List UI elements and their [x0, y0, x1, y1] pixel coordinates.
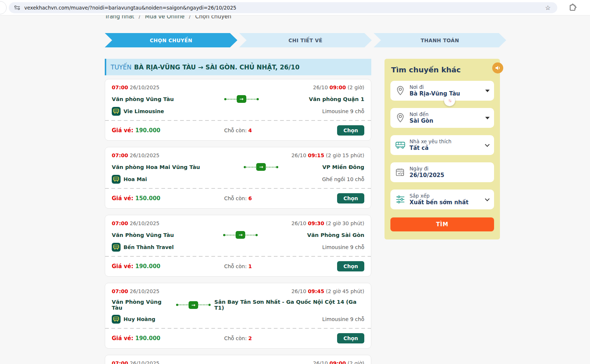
destination-office: Sân Bay Tân Sơn Nhất - Ga Quốc Nội Cột 1…	[214, 299, 364, 311]
trip-times-row: 07:00 26/10/2025 26/10 09:15 (2 giờ 15 p…	[112, 152, 364, 158]
calendar-icon	[395, 167, 406, 177]
route-title: BÀ RỊA-VŨNG TÀU → SÀI GÒN. CHỦ NHẬT, 26/…	[134, 64, 300, 71]
destination-dot-icon	[276, 166, 278, 168]
dotted-line	[199, 304, 208, 305]
dotted-line	[266, 167, 276, 167]
checkout-steps: CHỌN CHUYẾN CHI TIẾT VÉ THANH TOÁN	[105, 33, 506, 47]
route-prefix: TUYẾN	[111, 64, 132, 71]
departure-time: 07:00	[112, 84, 128, 90]
arrow-right-icon: →	[189, 301, 198, 309]
vehicle-type: Limousine 9 chỗ	[322, 108, 364, 114]
arrival-time: 09:45	[308, 288, 325, 294]
trip-price-row: Giá vé: 190.000 Chỗ còn: 4 Chọn	[112, 125, 364, 136]
destination-office: Văn phòng Quận 1	[309, 96, 364, 102]
origin-office: Văn Phòng Vũng Tàu	[112, 299, 172, 311]
seats-count: 4	[248, 127, 252, 133]
url-text[interactable]: vexekhachvn.com/muave/?noidi=bariavungta…	[24, 5, 545, 11]
operator-bus-logo-icon	[112, 107, 121, 116]
bookmark-star-icon[interactable]: ☆	[545, 4, 551, 11]
arrow-right-icon: →	[236, 231, 245, 239]
departure-date: 26/10/2025	[130, 360, 160, 364]
origin-office: Văn phòng Hoa Mai Vũng Tàu	[112, 164, 200, 170]
destination-dot-icon	[257, 98, 259, 100]
arrival-time: 09:15	[308, 152, 325, 158]
origin-dot-icon	[224, 98, 226, 100]
vehicle-type: Limousine 9 chỗ	[322, 244, 364, 250]
arrival-time: 09:30	[308, 220, 325, 226]
origin-dot-icon	[176, 304, 178, 306]
origin-dot-icon	[223, 234, 225, 236]
price-label: Giá vé:	[112, 127, 133, 134]
step-choose-trip[interactable]: CHỌN CHUYẾN	[105, 33, 237, 47]
operator-name: Huy Hoàng	[124, 316, 155, 322]
dotted-line	[179, 304, 188, 305]
trip-times-row: 07:00 26/10/2025 26/10 09:45 (2 giờ 45 p…	[112, 288, 364, 294]
extensions-puzzle-icon[interactable]	[568, 3, 577, 12]
arrow-right-icon: →	[237, 95, 246, 103]
step-ticket-details[interactable]: CHI TIẾT VÉ	[239, 33, 372, 47]
dotted-line	[246, 235, 255, 235]
departure-time: 07:00	[112, 288, 128, 294]
destination-value: Sài Gòn	[410, 118, 484, 125]
trip-card: 07:00 26/10/2025 26/10 09:15 (2 giờ 15 p…	[105, 147, 371, 209]
destination-office: VP Miền Đông	[322, 164, 364, 170]
select-trip-button[interactable]: Chọn	[337, 333, 364, 343]
trip-operator-row: Huy Hoàng Limousine 9 chỗ	[112, 315, 364, 324]
seats-count: 2	[248, 335, 252, 341]
speaker-icon[interactable]	[492, 62, 503, 73]
chevron-down-icon	[485, 142, 490, 147]
departure-date: 26/10/2025	[130, 152, 160, 158]
sort-value: Xuất bến sớm nhất	[410, 199, 484, 206]
operator-bus-logo-icon	[112, 315, 121, 324]
trip-card: 07:00 26/10/2025 26/10 09:00 (2 giờ) Văn…	[105, 79, 371, 141]
route-header: TUYẾN BÀ RỊA-VŨNG TÀU → SÀI GÒN. CHỦ NHẬ…	[105, 59, 371, 75]
destination-dot-icon	[208, 304, 211, 306]
price-value: 190.000	[135, 127, 160, 134]
vehicle-type: Limousine 9 chỗ	[322, 316, 364, 322]
page-body: Trang nhất / Mua vé Online / Chọn chuyến…	[0, 15, 590, 364]
trip-route-row: Văn Phòng Vũng Tàu → Sân Bay Tân Sơn Nhấ…	[112, 299, 364, 311]
site-settings-icon[interactable]	[14, 5, 21, 10]
trip-card: 07:00 26/10/2025 26/10 09:45 (2 giờ 45 p…	[105, 283, 371, 349]
search-button[interactable]: TÌM	[390, 217, 494, 231]
trip-list: 07:00 26/10/2025 26/10 09:00 (2 giờ) Văn…	[105, 79, 371, 364]
operator-bus-logo-icon	[112, 243, 121, 252]
browser-edge-button	[0, 1, 7, 14]
operator-name: Bến Thành Travel	[124, 244, 174, 250]
operator-filter-select[interactable]: Nhà xe yêu thích Tất cả	[390, 135, 494, 155]
chevron-down-icon	[485, 117, 490, 119]
sort-select[interactable]: Sắp xếp Xuất bến sớm nhất	[390, 190, 494, 209]
origin-office: Văn phòng Vũng Tàu	[112, 96, 174, 102]
trip-duration: (2 giờ 15 phút)	[326, 152, 364, 158]
trip-times-row: 07:00 26/10/2025 26/10 09:00 (2 giờ)	[112, 360, 364, 364]
select-trip-button[interactable]: Chọn	[337, 125, 364, 136]
swap-locations-button[interactable]: ↑↓	[444, 95, 455, 106]
select-trip-button[interactable]: Chọn	[337, 193, 364, 203]
address-bar[interactable]: vexekhachvn.com/muave/?noidi=bariavungta…	[9, 2, 557, 13]
operator-name: Hoa Mai	[124, 176, 147, 182]
seats-count: 1	[248, 263, 252, 269]
trip-duration: (2 giờ 45 phút)	[326, 288, 364, 294]
departure-time: 07:00	[112, 360, 128, 364]
select-trip-button[interactable]: Chọn	[337, 261, 364, 271]
arrival-date: 26/10	[292, 152, 306, 158]
trip-route-row: Văn phòng Hoa Mai Vũng Tàu → VP Miền Đôn…	[112, 163, 364, 171]
date-picker[interactable]: Ngày đi 26/10/2025	[390, 162, 494, 182]
arrow-right-icon: →	[256, 163, 266, 171]
operator-bus-logo-icon	[112, 175, 121, 184]
sliders-icon	[395, 195, 406, 204]
departure-date: 26/10/2025	[130, 288, 160, 294]
arrival-time: 09:00	[329, 360, 346, 364]
departure-date: 26/10/2025	[130, 84, 160, 90]
step-payment[interactable]: THANH TOÁN	[373, 33, 506, 47]
dashed-divider	[105, 256, 371, 257]
destination-select[interactable]: Nơi đến Sài Gòn	[390, 108, 494, 128]
trip-route-row: Văn Phòng Vũng Tàu → Văn Phòng Sài Gòn	[112, 231, 364, 239]
origin-select[interactable]: Nơi đi Bà Rịa-Vũng Tàu	[390, 81, 494, 101]
origin-label: Nơi đi	[410, 84, 484, 90]
arrival-date: 26/10	[313, 360, 328, 364]
route-connector: →	[223, 231, 258, 239]
dashed-divider	[105, 188, 371, 189]
arrival-date: 26/10	[292, 220, 306, 226]
arrival-date: 26/10	[292, 288, 306, 294]
